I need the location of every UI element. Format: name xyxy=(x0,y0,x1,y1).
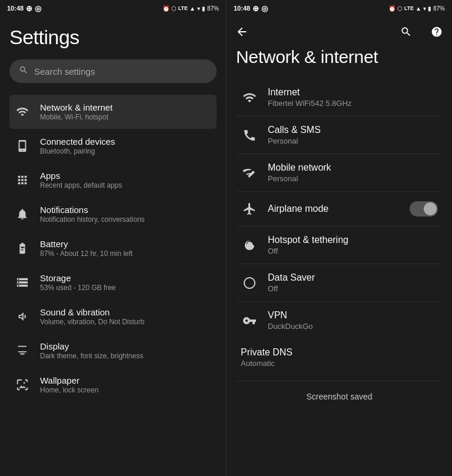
mobile-network-item[interactable]: Mobile network Personal xyxy=(236,154,443,191)
sidebar-item-wallpaper[interactable]: Wallpaper Home, lock screen xyxy=(9,368,217,402)
sidebar-item-network[interactable]: Network & internet Mobile, Wi-Fi, hotspo… xyxy=(9,95,217,129)
wallpaper-item-title: Wallpaper xyxy=(40,375,98,385)
battery-setting-icon xyxy=(14,240,31,257)
right-time-display: 10:48 xyxy=(234,5,250,12)
apps-icon xyxy=(14,172,31,188)
right-signal-icon: ▲ xyxy=(416,5,421,12)
datasaver-text: Data Saver Off xyxy=(268,272,438,293)
internet-item[interactable]: Internet Fibertel WiFi542 5.8GHz xyxy=(236,79,443,116)
battery-icon: ▮ xyxy=(202,5,205,12)
private-dns-text: Private DNS Automatic xyxy=(241,347,438,368)
right-battery-icon: ▮ xyxy=(428,5,431,12)
vpn-subtitle: DuckDuckGo xyxy=(268,322,438,331)
private-dns-item[interactable]: Private DNS Automatic xyxy=(236,339,443,376)
mobile-subtitle: Personal xyxy=(268,174,438,183)
right-bluetooth-icon: ⬡ xyxy=(397,5,403,12)
datasaver-item[interactable]: Data Saver Off xyxy=(236,264,443,301)
hotspot-title: Hotspot & tethering xyxy=(268,235,438,245)
storage-icon xyxy=(14,274,31,291)
calls-icon xyxy=(241,127,258,144)
display-item-subtitle: Dark theme, font size, brightness xyxy=(40,352,143,360)
right-page-title: Network & internet xyxy=(236,47,443,67)
storage-item-text: Storage 53% used - 120 GB free xyxy=(40,273,116,292)
right-alarm-icon: ⏰ xyxy=(388,5,396,12)
battery-item-title: Battery xyxy=(40,239,132,249)
left-status-time: 10:48 ⊕ ◎ xyxy=(7,4,41,13)
signal-icon: ▲ xyxy=(190,5,195,12)
battery-percent: 87% xyxy=(207,5,219,12)
datasaver-icon xyxy=(241,274,258,292)
devices-icon xyxy=(14,138,31,154)
back-button[interactable] xyxy=(231,21,252,42)
search-bar[interactable]: Search settings xyxy=(9,59,217,83)
notif-item-subtitle: Notification history, conversations xyxy=(40,215,145,224)
network-settings-list: Internet Fibertel WiFi542 5.8GHz Calls &… xyxy=(236,79,443,376)
sidebar-item-battery[interactable]: Battery 87% - About 12 hr, 10 min left xyxy=(9,231,217,265)
bluetooth-icon: ⬡ xyxy=(171,5,177,12)
toolbar-right xyxy=(396,21,447,42)
network-item-title: Network & internet xyxy=(40,102,112,112)
sidebar-item-display[interactable]: Display Dark theme, font size, brightnes… xyxy=(9,334,217,368)
mobile-title: Mobile network xyxy=(268,162,438,173)
right-wifi-icon: ▾ xyxy=(423,5,426,12)
network-item-subtitle: Mobile, Wi-Fi, hotspot xyxy=(40,113,112,121)
battery-item-text: Battery 87% - About 12 hr, 10 min left xyxy=(40,239,132,258)
airplane-title: Airplane mode xyxy=(268,204,400,214)
wifi-icon xyxy=(14,104,31,120)
calls-item[interactable]: Calls & SMS Personal xyxy=(236,116,443,154)
airplane-mode-toggle[interactable] xyxy=(410,201,438,217)
help-button[interactable] xyxy=(426,21,447,42)
mobile-signal-icon xyxy=(241,164,258,182)
vpn-icon xyxy=(241,312,258,329)
search-toolbar-button[interactable] xyxy=(396,21,417,42)
display-item-title: Display xyxy=(40,341,143,351)
battery-item-subtitle: 87% - About 12 hr, 10 min left xyxy=(40,249,132,258)
sidebar-item-apps[interactable]: Apps Recent apps, default apps xyxy=(9,163,217,197)
hotspot-item[interactable]: Hotspot & tethering Off xyxy=(236,226,443,264)
settings-list: Network & internet Mobile, Wi-Fi, hotspo… xyxy=(9,95,217,402)
time-display: 10:48 xyxy=(7,5,24,12)
apps-item-subtitle: Recent apps, default apps xyxy=(40,181,122,189)
airplane-toggle-container xyxy=(410,201,438,217)
right-status-bar: 10:48 ⊕ ◎ ⏰ ⬡ LTE ▲ ▾ ▮ 87% xyxy=(227,0,452,16)
display-icon xyxy=(14,342,31,359)
connected-item-text: Connected devices Bluetooth, pairing xyxy=(40,137,115,155)
airplane-mode-item[interactable]: Airplane mode xyxy=(236,191,443,226)
wallpaper-item-text: Wallpaper Home, lock screen xyxy=(40,375,98,394)
wallpaper-item-subtitle: Home, lock screen xyxy=(40,386,98,394)
apps-item-text: Apps Recent apps, default apps xyxy=(40,171,122,189)
notification-icon: ◎ xyxy=(35,4,41,13)
page-title: Settings xyxy=(9,26,217,49)
datasaver-title: Data Saver xyxy=(268,272,438,283)
hotspot-subtitle: Off xyxy=(268,247,438,255)
network-item-text: Network & internet Mobile, Wi-Fi, hotspo… xyxy=(40,102,112,121)
left-status-bar: 10:48 ⊕ ◎ ⏰ ⬡ LTE ▲ ▾ ▮ 87% xyxy=(0,0,226,16)
vpn-title: VPN xyxy=(268,310,438,321)
left-status-icons: ⏰ ⬡ LTE ▲ ▾ ▮ 87% xyxy=(162,5,219,12)
vpn-item[interactable]: VPN DuckDuckGo xyxy=(236,301,443,339)
apps-item-title: Apps xyxy=(40,171,122,181)
sidebar-item-sound[interactable]: Sound & vibration Volume, vibration, Do … xyxy=(9,299,217,334)
right-lte-icon: LTE xyxy=(404,5,414,11)
airplane-icon xyxy=(241,200,258,218)
alarm-icon: ⏰ xyxy=(162,5,170,12)
connected-item-subtitle: Bluetooth, pairing xyxy=(40,147,115,155)
right-status-icons: ⏰ ⬡ LTE ▲ ▾ ▮ 87% xyxy=(388,5,445,12)
bell-icon xyxy=(14,206,31,222)
left-content: Settings Search settings Network & inter… xyxy=(0,16,226,476)
calls-text: Calls & SMS Personal xyxy=(268,125,438,145)
right-battery-percent: 87% xyxy=(433,5,445,12)
screenshot-saved-text: Screenshot saved xyxy=(306,392,372,401)
sound-item-text: Sound & vibration Volume, vibration, Do … xyxy=(40,307,144,326)
right-status-time: 10:48 ⊕ ◎ xyxy=(234,4,268,13)
calls-subtitle: Personal xyxy=(268,137,438,145)
toolbar-left xyxy=(231,21,252,42)
internet-subtitle: Fibertel WiFi542 5.8GHz xyxy=(268,99,438,108)
sidebar-item-notifications[interactable]: Notifications Notification history, conv… xyxy=(9,197,217,231)
datasaver-subtitle: Off xyxy=(268,284,438,293)
sidebar-item-storage[interactable]: Storage 53% used - 120 GB free xyxy=(9,265,217,299)
sidebar-item-connected[interactable]: Connected devices Bluetooth, pairing xyxy=(9,129,217,163)
sound-item-title: Sound & vibration xyxy=(40,307,144,317)
airplane-text: Airplane mode xyxy=(268,204,400,214)
storage-item-subtitle: 53% used - 120 GB free xyxy=(40,284,116,292)
